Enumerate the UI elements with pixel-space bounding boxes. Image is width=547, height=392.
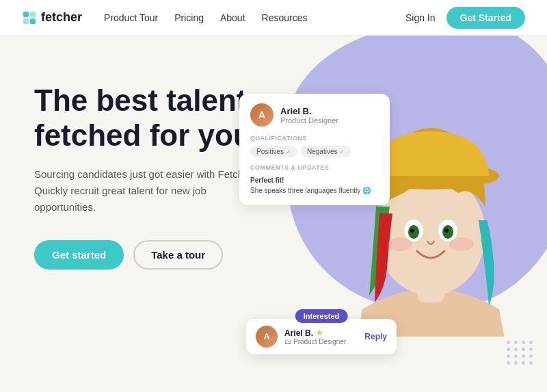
- hero-title: The best talent, fetched for you: [34, 83, 260, 153]
- interested-badge: Interested: [295, 309, 348, 323]
- nav-get-started-button[interactable]: Get Started: [446, 7, 525, 29]
- tag-positives-label: Positives: [256, 148, 284, 155]
- hero-buttons: Get started Take a tour: [34, 240, 260, 270]
- notification-role: 🗂 Product Designer: [284, 338, 358, 345]
- profile-info: Ariel B. Product Designer: [280, 106, 338, 125]
- nav-right: Sign In Get Started: [405, 7, 525, 29]
- get-started-button[interactable]: Get started: [34, 240, 124, 270]
- dots-grid: [507, 341, 533, 365]
- reply-button[interactable]: Reply: [364, 332, 387, 341]
- svg-rect-1: [30, 12, 36, 17]
- comment-line2: She speaks three languages fluently 🌐: [250, 187, 371, 194]
- card-comment: Perfect fit! She speaks three languages …: [250, 175, 379, 196]
- notification-avatar: A: [256, 326, 278, 348]
- check-icon-2: ✓: [339, 148, 345, 155]
- svg-point-13: [444, 228, 449, 233]
- hero-left: The best talent, fetched for you Sourcin…: [0, 36, 287, 392]
- check-icon: ✓: [286, 148, 291, 155]
- profile-avatar: A: [250, 103, 274, 127]
- tag-negatives-label: Negatives: [307, 148, 337, 155]
- profile-card: A Ariel B. Product Designer QUALIFICATIO…: [239, 94, 390, 205]
- nav-links: Product Tour Pricing About Resources: [104, 12, 405, 23]
- svg-rect-0: [23, 12, 29, 17]
- svg-rect-3: [30, 18, 36, 24]
- comment-line1: Perfect fit!: [250, 177, 284, 184]
- take-tour-button[interactable]: Take a tour: [133, 240, 223, 270]
- logo-text: fetcher: [41, 10, 82, 25]
- card-tags: Positives ✓ Negatives ✓: [250, 146, 379, 157]
- nav-about[interactable]: About: [220, 12, 245, 23]
- hero-subtitle: Sourcing candidates just got easier with…: [34, 166, 260, 215]
- sign-in-button[interactable]: Sign In: [405, 12, 436, 23]
- comments-label: COMMENTS & UPDATES: [250, 164, 379, 171]
- folder-icon: 🗂: [284, 338, 291, 345]
- star-icon: ★: [316, 328, 323, 337]
- profile-role: Product Designer: [280, 116, 338, 125]
- profile-name: Ariel B.: [280, 106, 338, 116]
- navbar: fetcher Product Tour Pricing About Resou…: [0, 0, 547, 36]
- hero-title-line2: fetched for you: [34, 118, 252, 152]
- notification-info: Ariel B. ★ 🗂 Product Designer: [284, 328, 358, 345]
- tag-negatives[interactable]: Negatives ✓: [301, 146, 351, 157]
- logo[interactable]: fetcher: [22, 10, 82, 25]
- svg-point-15: [449, 237, 474, 251]
- svg-rect-2: [23, 18, 29, 24]
- notification-card: Interested A Ariel B. ★ 🗂 Product Design…: [246, 319, 397, 354]
- profile-card-header: A Ariel B. Product Designer: [250, 103, 379, 127]
- nav-product-tour[interactable]: Product Tour: [104, 12, 158, 23]
- nav-resources[interactable]: Resources: [262, 12, 308, 23]
- hero-section: The best talent, fetched for you Sourcin…: [0, 36, 547, 392]
- svg-point-12: [410, 228, 414, 233]
- notification-name: Ariel B. ★: [284, 328, 358, 338]
- qualifications-label: QUALIFICATIONS: [250, 135, 379, 142]
- dots-decoration: [507, 341, 533, 365]
- nav-pricing[interactable]: Pricing: [174, 12, 204, 23]
- svg-point-14: [388, 237, 412, 251]
- logo-icon: [22, 10, 37, 25]
- hero-title-line1: The best talent,: [34, 83, 255, 117]
- tag-positives[interactable]: Positives ✓: [250, 146, 297, 157]
